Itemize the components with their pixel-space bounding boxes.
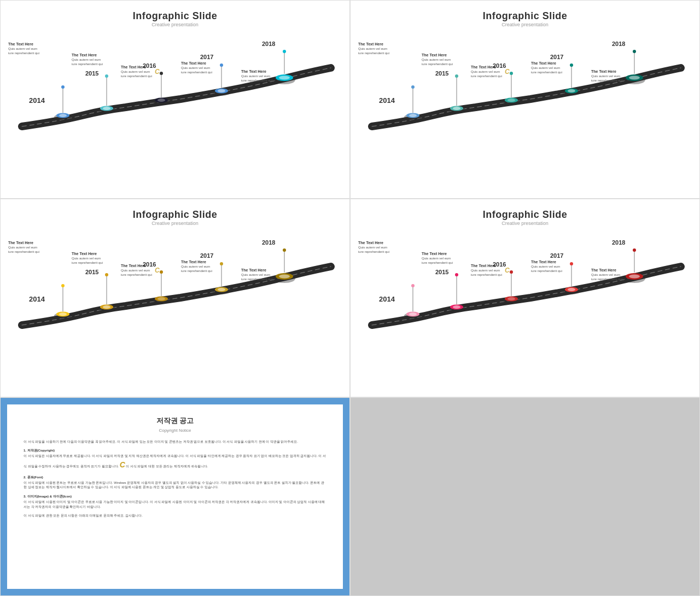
svg-point-69 xyxy=(220,262,223,265)
svg-point-97 xyxy=(629,275,640,279)
year-2018-s3: 2018 xyxy=(262,239,275,246)
svg-point-89 xyxy=(510,270,513,274)
label-5-s1: The Text HereQuis autem vel eumiure repr… xyxy=(241,69,272,83)
svg-point-29 xyxy=(411,85,415,89)
slide-4-timeline: 2014 2015 2016 2017 2018 The Text HereQu… xyxy=(356,229,694,339)
slide-3: Infographic Slide Creative presentation xyxy=(0,199,350,397)
slide-4-subtitle: Creative presentation xyxy=(356,221,694,226)
slide-2-title: Infographic Slide xyxy=(356,10,694,22)
svg-point-44 xyxy=(570,63,573,67)
label-1-s1: The Text HereQuis autem vel eumiure repr… xyxy=(8,42,39,55)
svg-point-14 xyxy=(160,72,163,75)
year-2014-s3: 2014 xyxy=(29,295,45,303)
label-5-s4: The Text HereQuis autem vel eumiure repr… xyxy=(591,268,622,281)
svg-point-32 xyxy=(453,107,460,110)
svg-point-22 xyxy=(279,76,290,80)
slide-4: Infographic Slide Creative presentation xyxy=(350,199,700,397)
year-2014-s1: 2014 xyxy=(29,96,45,105)
label-1-s3: The Text HereQuis autem vel eumiure repr… xyxy=(8,240,39,254)
svg-point-62 xyxy=(158,297,165,300)
label-5-s2: The Text HereQuis autem vel eumiure repr… xyxy=(591,69,622,83)
svg-point-7 xyxy=(103,107,110,110)
slide-2-timeline: 2014 2015 2016 2017 2018 The Text HereQu… xyxy=(356,31,694,140)
label-4-s1: The Text HereQuis autem vel eumiure repr… xyxy=(181,61,212,74)
svg-point-77 xyxy=(409,313,417,316)
label-3-s3: The Text HereQuis autem vel eumiure repr… xyxy=(121,263,152,277)
svg-point-2 xyxy=(59,114,67,117)
year-2015-s2: 2015 xyxy=(435,70,448,77)
svg-point-74 xyxy=(283,248,286,252)
svg-point-19 xyxy=(220,63,223,67)
watermark-s3: C xyxy=(155,267,160,274)
svg-point-64 xyxy=(160,270,163,274)
svg-point-67 xyxy=(218,288,225,291)
slide-1-subtitle: Creative presentation xyxy=(6,22,344,27)
copyright-section-2: 2. 폰트(Font)이 서식 파일에 사용된 폰트는 무료로 사용 가능한 폰… xyxy=(24,475,326,490)
svg-point-59 xyxy=(105,273,108,276)
svg-point-54 xyxy=(61,284,65,287)
label-4-s3: The Text HereQuis autem vel eumiure repr… xyxy=(181,259,212,273)
copyright-body: 이 서식 파일을 사용하기 전에 다음의 이용약관을 꼭 읽어주세요. 이 서식… xyxy=(24,439,326,519)
label-3-s4: The Text HereQuis autem vel eumiure repr… xyxy=(471,263,502,277)
copyright-title-en: Copyright Notice xyxy=(24,427,326,434)
watermark-s4: C xyxy=(505,267,510,274)
svg-point-87 xyxy=(508,297,515,300)
slide-1: Infographic Slide Creative presentation xyxy=(0,0,350,199)
copyright-footer: 이 서식 파일에 관한 모든 문의 사항은 아래의 이메일로 문의해 주세요. … xyxy=(24,513,326,518)
svg-point-47 xyxy=(629,76,640,80)
label-5-s3: The Text HereQuis autem vel eumiure repr… xyxy=(241,268,272,281)
svg-point-12 xyxy=(158,99,165,102)
label-3-s2: The Text HereQuis autem vel eumiure repr… xyxy=(471,65,502,78)
slide-3-timeline: 2014 2015 2016 2017 2018 The Text HereQu… xyxy=(6,229,344,339)
label-1-s4: The Text HereQuis autem vel eumiure repr… xyxy=(358,240,389,254)
slide-3-title: Infographic Slide xyxy=(6,209,344,221)
svg-point-4 xyxy=(61,85,65,89)
year-2017-s1: 2017 xyxy=(200,54,213,60)
svg-point-57 xyxy=(103,305,110,309)
label-3-s1: The Text HereQuis autem vel eumiure repr… xyxy=(121,65,152,78)
svg-point-37 xyxy=(508,99,515,102)
watermark-s1: C xyxy=(155,68,160,76)
label-2-s1: The Text HereQuis autem vel eumiure repr… xyxy=(72,53,103,66)
svg-point-17 xyxy=(218,89,225,92)
year-2018-s2: 2018 xyxy=(612,40,625,47)
watermark-s2: C xyxy=(505,68,510,76)
svg-point-94 xyxy=(570,262,573,265)
year-2017-s3: 2017 xyxy=(200,252,213,259)
year-2018-s4: 2018 xyxy=(612,239,625,246)
svg-point-34 xyxy=(455,74,458,78)
copyright-section-3: 3. 이미지(Image) & 아이콘(Icon)이 서식 파일에 사용된 이미… xyxy=(24,494,326,509)
year-2017-s4: 2017 xyxy=(550,252,563,259)
year-2015-s1: 2015 xyxy=(85,70,98,77)
svg-point-42 xyxy=(568,89,575,92)
svg-point-39 xyxy=(510,72,513,75)
label-4-s4: The Text HereQuis autem vel eumiure repr… xyxy=(531,259,562,273)
year-2015-s3: 2015 xyxy=(85,269,98,275)
svg-point-84 xyxy=(455,273,458,276)
label-1-s2: The Text HereQuis autem vel eumiure repr… xyxy=(358,42,389,55)
slide-3-subtitle: Creative presentation xyxy=(6,221,344,226)
year-2015-s4: 2015 xyxy=(435,269,448,275)
slide-6-empty xyxy=(350,397,700,596)
svg-point-49 xyxy=(633,50,636,53)
svg-point-52 xyxy=(59,313,67,316)
year-2014-s2: 2014 xyxy=(379,96,395,105)
year-2018-s1: 2018 xyxy=(262,40,275,47)
slide-1-title: Infographic Slide xyxy=(6,10,344,22)
copyright-title-kr: 저작권 공고 xyxy=(24,415,326,426)
slide-1-timeline: 2014 2015 2016 2017 2018 The Text HereQu… xyxy=(6,31,344,140)
svg-point-72 xyxy=(279,275,290,279)
label-2-s4: The Text HereQuis autem vel eumiure repr… xyxy=(422,251,453,265)
year-2014-s4: 2014 xyxy=(379,295,395,303)
svg-point-79 xyxy=(411,284,415,287)
label-2-s2: The Text HereQuis autem vel eumiure repr… xyxy=(422,53,453,66)
slide-2: Infographic Slide Creative presentation xyxy=(350,0,700,199)
copyright-panel: 저작권 공고 Copyright Notice 이 서식 파일을 사용하기 전에… xyxy=(7,404,343,589)
label-4-s2: The Text HereQuis autem vel eumiure repr… xyxy=(531,61,562,74)
main-grid: Infographic Slide Creative presentation xyxy=(0,0,700,596)
svg-point-9 xyxy=(105,74,108,78)
copyright-intro: 이 서식 파일을 사용하기 전에 다음의 이용약관을 꼭 읽어주세요. 이 서식… xyxy=(24,439,326,444)
svg-point-27 xyxy=(409,114,417,117)
svg-point-99 xyxy=(633,248,636,252)
slide-2-subtitle: Creative presentation xyxy=(356,22,694,27)
